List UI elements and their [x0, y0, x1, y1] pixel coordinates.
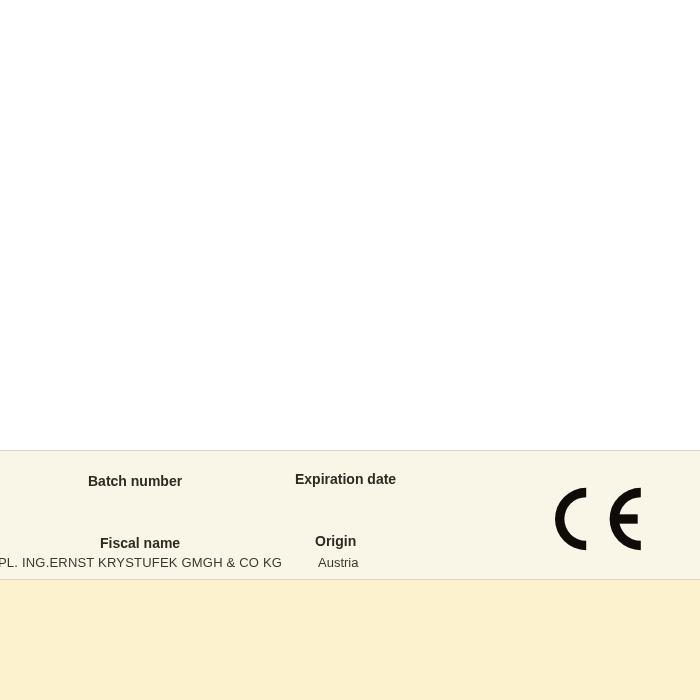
blank-upper-area	[0, 0, 700, 450]
batch-number-label: Batch number	[88, 473, 182, 489]
ce-mark-icon	[538, 480, 650, 558]
fiscal-name-label: Fiscal name	[100, 535, 180, 551]
origin-value: Austria	[318, 555, 358, 570]
product-info-band: Batch number Expiration date Fiscal name…	[0, 450, 700, 580]
fiscal-name-value: PL. ING.ERNST KRYSTUFEK GMGH & CO KG	[0, 555, 282, 570]
expiration-date-label: Expiration date	[295, 471, 396, 487]
svg-rect-0	[611, 514, 638, 523]
origin-label: Origin	[315, 533, 356, 549]
